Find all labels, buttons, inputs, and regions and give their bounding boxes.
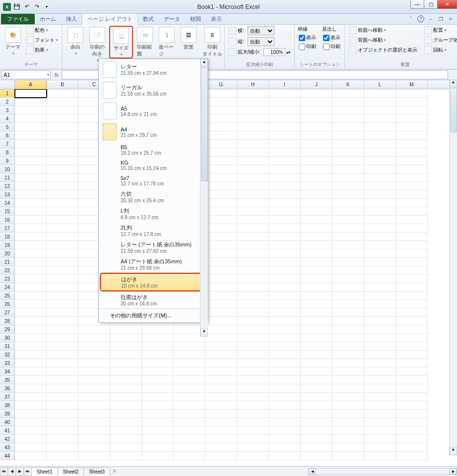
cell[interactable]	[269, 393, 301, 401]
menu-scroll-thumb[interactable]	[201, 67, 208, 181]
workbook-close-icon[interactable]: ×	[447, 15, 454, 22]
cell[interactable]	[301, 334, 332, 342]
cell[interactable]	[237, 249, 269, 258]
cell[interactable]	[205, 233, 237, 241]
size-option-8[interactable]: L判8.9 cm x 12.7 cm	[99, 205, 208, 222]
save-icon[interactable]: 💾	[13, 3, 21, 11]
cell[interactable]	[364, 241, 396, 249]
cell[interactable]	[15, 418, 47, 426]
head-view-check[interactable]: 表示	[322, 34, 341, 42]
cell[interactable]	[396, 275, 428, 283]
cell[interactable]	[364, 325, 396, 334]
row-header[interactable]: 19	[0, 241, 15, 249]
cell[interactable]	[47, 148, 78, 157]
cell[interactable]	[237, 199, 269, 207]
cell[interactable]	[332, 283, 364, 292]
cell[interactable]	[205, 131, 237, 140]
cell[interactable]	[396, 426, 428, 435]
cell[interactable]	[332, 131, 364, 140]
cell[interactable]	[15, 174, 47, 182]
row-header[interactable]: 14	[0, 199, 15, 207]
row-header[interactable]: 1	[0, 89, 15, 98]
cell[interactable]	[396, 367, 428, 376]
cell[interactable]	[110, 334, 142, 342]
cell[interactable]	[47, 418, 78, 426]
fonts-button[interactable]: フォント▾	[25, 36, 59, 45]
cell[interactable]	[396, 342, 428, 351]
cell[interactable]	[174, 452, 205, 460]
width-select[interactable]: 自動	[248, 26, 274, 35]
cell[interactable]	[364, 300, 396, 308]
cell[interactable]	[15, 216, 47, 224]
cell[interactable]	[332, 351, 364, 359]
cell[interactable]	[269, 384, 301, 393]
rotate-button[interactable]: 回転▾	[423, 46, 457, 55]
cell[interactable]	[237, 258, 269, 266]
cell[interactable]	[47, 376, 78, 384]
cell[interactable]	[237, 182, 269, 190]
cell[interactable]	[269, 148, 301, 157]
cell[interactable]	[364, 452, 396, 460]
cell[interactable]	[301, 157, 332, 165]
row-header[interactable]: 17	[0, 224, 15, 233]
cell[interactable]	[269, 115, 301, 123]
cell[interactable]	[269, 351, 301, 359]
cell[interactable]	[396, 165, 428, 174]
cell[interactable]	[174, 367, 205, 376]
size-option-7[interactable]: 六切20.32 cm x 25.4 cm	[99, 188, 208, 205]
printtitles-button[interactable]: 🗎印刷 タイトル	[200, 26, 224, 59]
row-header[interactable]: 8	[0, 148, 15, 157]
cell[interactable]	[364, 351, 396, 359]
cell[interactable]	[301, 342, 332, 351]
cell[interactable]	[15, 266, 47, 275]
cell[interactable]	[205, 275, 237, 283]
grid-area[interactable]: 1234567891011121314151617181920212223242…	[0, 89, 457, 466]
cell[interactable]	[142, 410, 174, 418]
cell[interactable]	[364, 199, 396, 207]
cell[interactable]	[47, 367, 78, 376]
cell[interactable]	[205, 224, 237, 233]
cell[interactable]	[301, 292, 332, 300]
cell[interactable]	[301, 308, 332, 317]
cell[interactable]	[15, 115, 47, 123]
col-header-I[interactable]: I	[269, 80, 301, 89]
colors-button[interactable]: 配色▾	[25, 26, 59, 35]
cell[interactable]	[301, 199, 332, 207]
cell[interactable]	[269, 435, 301, 443]
cell[interactable]	[174, 435, 205, 443]
cell[interactable]	[269, 426, 301, 435]
row-header[interactable]: 25	[0, 292, 15, 300]
cell[interactable]	[364, 190, 396, 199]
cell[interactable]	[110, 384, 142, 393]
cell[interactable]	[78, 359, 110, 367]
cell[interactable]	[15, 367, 47, 376]
cell[interactable]	[237, 300, 269, 308]
cell[interactable]	[396, 233, 428, 241]
cell[interactable]	[205, 384, 237, 393]
cell[interactable]	[301, 182, 332, 190]
head-print-check[interactable]: 印刷	[322, 43, 341, 51]
cell[interactable]	[332, 376, 364, 384]
row-header[interactable]: 21	[0, 258, 15, 266]
cell[interactable]	[110, 401, 142, 410]
cell[interactable]	[396, 249, 428, 258]
cell[interactable]	[47, 317, 78, 325]
cell[interactable]	[110, 435, 142, 443]
cell[interactable]	[237, 367, 269, 376]
cell[interactable]	[332, 199, 364, 207]
cell[interactable]	[15, 207, 47, 216]
sheet-nav-next[interactable]: ▶	[16, 468, 24, 476]
cell[interactable]	[110, 443, 142, 452]
cell[interactable]	[205, 376, 237, 384]
cell[interactable]	[47, 283, 78, 292]
cell[interactable]	[237, 334, 269, 342]
row-header[interactable]: 11	[0, 174, 15, 182]
cell[interactable]	[47, 249, 78, 258]
cell[interactable]	[396, 174, 428, 182]
cell[interactable]	[364, 106, 396, 115]
cell[interactable]	[301, 443, 332, 452]
cell[interactable]	[269, 174, 301, 182]
cell[interactable]	[110, 351, 142, 359]
cell[interactable]	[332, 426, 364, 435]
cell[interactable]	[205, 216, 237, 224]
